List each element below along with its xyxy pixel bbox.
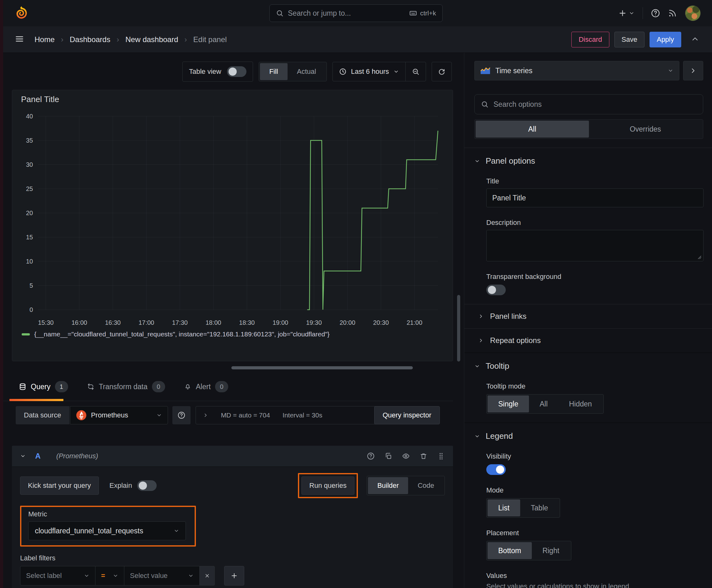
delete-query-icon[interactable] xyxy=(420,452,427,460)
breadcrumb-bar: Home › Dashboards › New dashboard › Edit… xyxy=(0,26,712,53)
tooltip-mode-hidden[interactable]: Hidden xyxy=(559,396,603,413)
legend-header[interactable]: Legend xyxy=(474,431,703,441)
options-sidebar: Time series Search options All Overrides… xyxy=(464,53,712,588)
explain-toggle[interactable] xyxy=(137,480,157,491)
options-search[interactable]: Search options xyxy=(474,94,703,114)
legend-mode-table[interactable]: Table xyxy=(520,499,559,517)
chevron-down-icon xyxy=(20,453,26,459)
toggle-visibility-icon[interactable] xyxy=(402,452,410,460)
add-filter-button[interactable] xyxy=(224,566,244,586)
legend-visibility-toggle[interactable] xyxy=(486,464,506,475)
discard-button[interactable]: Discard xyxy=(571,32,609,47)
series-line[interactable] xyxy=(307,131,438,310)
panel-options-header[interactable]: Panel options xyxy=(474,156,703,166)
help-button[interactable] xyxy=(651,9,660,18)
close-icon xyxy=(204,573,210,579)
menu-toggle-button[interactable] xyxy=(15,35,24,45)
tab-transform-badge: 0 xyxy=(152,381,165,392)
legend-series-label[interactable]: {__name__="cloudflared_tunnel_total_requ… xyxy=(34,331,330,338)
legend-placement-switch: Bottom Right xyxy=(486,541,571,560)
fill-option[interactable]: Fill xyxy=(260,63,287,80)
tab-transform-label: Transform data xyxy=(99,383,148,391)
table-view-toggle[interactable] xyxy=(227,66,246,77)
resize-handle-icon[interactable] xyxy=(696,254,702,260)
builder-option[interactable]: Builder xyxy=(368,477,408,494)
query-row-actions xyxy=(367,452,445,460)
user-avatar[interactable] xyxy=(685,5,701,21)
repeat-options-section[interactable]: Repeat options xyxy=(478,329,703,352)
time-series-chart[interactable]: 051015202530354015:3016:0016:3017:0017:3… xyxy=(18,109,442,329)
active-tab-underline xyxy=(9,399,63,401)
query-editor: A (Prometheus) Kick start your query xyxy=(12,446,453,588)
code-option[interactable]: Code xyxy=(408,477,444,494)
max-data-points: MD = auto = 704 xyxy=(221,412,270,419)
tooltip-mode-single[interactable]: Single xyxy=(488,396,529,413)
query-row-header[interactable]: A (Prometheus) xyxy=(12,446,453,466)
query-ref-id: A xyxy=(35,452,41,460)
chevron-down-icon xyxy=(174,528,179,534)
legend-series-swatch[interactable] xyxy=(22,333,30,335)
description-textarea[interactable] xyxy=(486,230,704,261)
metric-select[interactable]: cloudflared_tunnel_total_requests xyxy=(28,521,186,540)
run-queries-button[interactable]: Run queries xyxy=(301,477,354,495)
datasource-picker[interactable]: Prometheus xyxy=(70,406,168,424)
chevron-down-icon xyxy=(629,10,634,16)
explain-control: Explain xyxy=(110,480,157,491)
breadcrumb-edit-panel: Edit panel xyxy=(193,35,227,44)
apply-button[interactable]: Apply xyxy=(649,32,681,47)
breadcrumb-dashboards[interactable]: Dashboards xyxy=(70,35,110,44)
datasource-help-button[interactable] xyxy=(172,406,191,424)
transparent-background-toggle[interactable] xyxy=(486,285,506,295)
breadcrumb-home[interactable]: Home xyxy=(35,35,55,44)
select-label-dropdown[interactable]: Select label xyxy=(20,566,95,586)
prometheus-icon xyxy=(76,410,87,421)
toggle-viz-picker-button[interactable] xyxy=(683,61,703,80)
duplicate-query-icon[interactable] xyxy=(385,452,392,460)
visualization-picker[interactable]: Time series xyxy=(474,61,679,80)
tooltip-mode-all[interactable]: All xyxy=(529,396,559,413)
operator-dropdown[interactable]: = xyxy=(95,566,124,586)
tab-transform-data[interactable]: Transform data 0 xyxy=(87,381,165,392)
refresh-button[interactable] xyxy=(432,62,452,81)
y-tick-label: 15 xyxy=(26,234,33,240)
tab-alert[interactable]: Alert 0 xyxy=(184,381,228,392)
tab-overrides[interactable]: Overrides xyxy=(589,121,702,138)
visualization-row: Time series xyxy=(474,61,703,80)
legend-mode-list[interactable]: List xyxy=(488,499,520,517)
news-button[interactable] xyxy=(668,9,677,18)
editor-tabs: Query 1 Transform data 0 Alert 0 xyxy=(0,373,453,401)
zoom-out-time-button[interactable] xyxy=(406,62,426,81)
tab-all[interactable]: All xyxy=(476,121,589,138)
select-value-dropdown[interactable]: Select value xyxy=(124,566,200,586)
select-label-placeholder: Select label xyxy=(26,572,62,580)
horizontal-scrollbar[interactable] xyxy=(231,366,413,370)
vertical-scrollbar[interactable] xyxy=(457,295,460,361)
legend-placement-bottom[interactable]: Bottom xyxy=(488,542,532,559)
tab-query[interactable]: Query 1 xyxy=(19,381,68,392)
save-button[interactable]: Save xyxy=(614,32,645,47)
tooltip-header[interactable]: Tooltip xyxy=(474,361,703,371)
visibility-label: Visibility xyxy=(486,452,703,460)
remove-filter-button[interactable] xyxy=(200,566,215,586)
legend-placement-right[interactable]: Right xyxy=(532,542,570,559)
toggle-knob xyxy=(229,67,237,76)
grafana-logo-icon[interactable] xyxy=(14,6,29,21)
add-menu-button[interactable] xyxy=(618,9,634,18)
collapse-header-button[interactable] xyxy=(691,35,699,45)
panel-links-section[interactable]: Panel links xyxy=(478,304,703,328)
time-range-button[interactable]: Last 6 hours xyxy=(333,67,405,76)
panel-title[interactable]: Panel Title xyxy=(18,94,447,104)
content-area: Table view Fill Actual Last 6 hours xyxy=(0,53,712,588)
title-input[interactable] xyxy=(486,188,704,207)
chevron-right-icon xyxy=(478,313,484,319)
zoom-out-icon xyxy=(412,68,419,76)
actual-option[interactable]: Actual xyxy=(287,63,326,80)
search-bar[interactable]: Search or jump to... ctrl+k xyxy=(269,4,443,22)
search-placeholder: Search or jump to... xyxy=(288,9,351,18)
query-help-icon[interactable] xyxy=(367,452,374,460)
breadcrumb-new-dashboard[interactable]: New dashboard xyxy=(125,35,178,44)
time-series-icon xyxy=(480,67,490,75)
drag-handle-icon[interactable] xyxy=(437,452,445,460)
query-inspector-button[interactable]: Query inspector xyxy=(374,406,440,424)
kick-start-button[interactable]: Kick start your query xyxy=(20,477,99,495)
